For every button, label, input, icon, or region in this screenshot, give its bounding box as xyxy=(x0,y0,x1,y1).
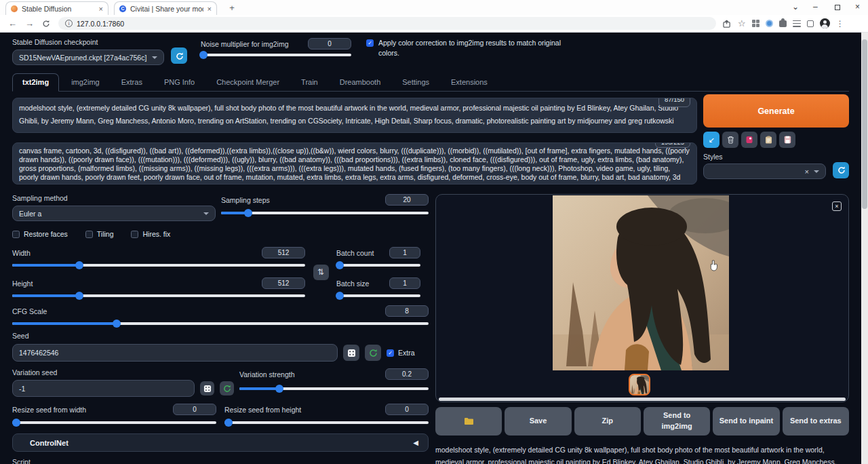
clear-prompt-button[interactable] xyxy=(722,132,738,148)
color-correction-checkbox[interactable]: ✓ xyxy=(366,39,374,47)
new-tab-button[interactable]: + xyxy=(226,3,237,14)
url-field[interactable]: i 127.0.0.1:7860 xyxy=(58,17,716,30)
resize-seed-height-slider[interactable] xyxy=(224,421,429,424)
tab-settings[interactable]: Settings xyxy=(393,74,439,91)
site-info-icon[interactable]: i xyxy=(65,20,73,27)
window-minimize-button[interactable]: – xyxy=(813,2,818,12)
height-slider[interactable] xyxy=(12,294,305,297)
browser-menu-icon[interactable]: ⋮ xyxy=(836,19,844,28)
sampling-method-dropdown[interactable]: Euler a xyxy=(12,206,216,221)
page-scrollbar[interactable] xyxy=(861,33,868,464)
resize-seed-height-value[interactable]: 0 xyxy=(385,404,429,415)
close-gallery-button[interactable]: × xyxy=(832,201,842,211)
batch-count-value[interactable]: 1 xyxy=(389,247,420,258)
variation-strength-value[interactable]: 0.2 xyxy=(385,368,429,380)
bookmark-star-icon[interactable]: ☆ xyxy=(738,18,746,28)
refresh-styles-button[interactable] xyxy=(833,162,849,178)
window-close-button[interactable]: × xyxy=(855,2,860,12)
restore-faces-checkbox[interactable] xyxy=(12,231,20,238)
tab-close-icon[interactable]: × xyxy=(99,5,103,13)
resize-seed-width-slider[interactable] xyxy=(12,421,216,424)
extensions-puzzle-icon[interactable] xyxy=(779,20,787,27)
tab-close-icon[interactable]: × xyxy=(208,5,212,13)
hires-fix-checkbox[interactable] xyxy=(131,231,138,238)
zip-button[interactable]: Zip xyxy=(574,407,641,436)
resize-seed-width-value[interactable]: 0 xyxy=(173,404,216,415)
variation-seed-input[interactable]: -1 xyxy=(12,380,195,397)
sampling-steps-slider[interactable] xyxy=(221,212,429,214)
batch-count-slider[interactable] xyxy=(336,264,420,267)
gallery-thumbnail-selected[interactable] xyxy=(629,374,650,395)
clear-styles-icon[interactable]: × xyxy=(805,168,809,176)
height-value[interactable]: 512 xyxy=(262,277,305,289)
tab-extensions[interactable]: Extensions xyxy=(441,74,497,91)
variation-strength-slider[interactable] xyxy=(239,387,429,390)
refresh-checkpoints-button[interactable] xyxy=(171,47,187,64)
generated-image[interactable] xyxy=(553,195,729,370)
seed-input[interactable]: 1476462546 xyxy=(12,344,338,362)
prompt-token-counter: 87/150 xyxy=(658,98,690,107)
gallery-horizontal-scrollbar[interactable] xyxy=(439,398,846,401)
swap-dimensions-button[interactable]: ⇅ xyxy=(313,265,329,280)
refresh-icon xyxy=(837,166,846,174)
tiling-checkbox[interactable] xyxy=(85,231,93,238)
extra-checkbox[interactable]: ✓ xyxy=(387,349,394,357)
tab-search-chevron-icon[interactable]: ⌄ xyxy=(792,2,799,12)
checkpoint-dropdown[interactable]: SD15NewVAEpruned.ckpt [27a4ac756c] xyxy=(12,50,164,65)
window-restore-button[interactable] xyxy=(835,5,840,10)
reuse-seed-button[interactable] xyxy=(365,345,381,361)
tab-checkpoint-merger[interactable]: Checkpoint Merger xyxy=(207,74,289,91)
extra-networks-button[interactable] xyxy=(741,132,757,148)
tab-txt2img[interactable]: txt2img xyxy=(12,73,59,92)
save-style-button[interactable] xyxy=(779,132,795,148)
batch-size-slider[interactable] xyxy=(336,294,420,297)
save-button[interactable]: Save xyxy=(505,407,571,436)
tab-png-info[interactable]: PNG Info xyxy=(155,74,204,91)
send-to-extras-button[interactable]: Send to extras xyxy=(783,407,849,436)
recycle-icon xyxy=(223,385,231,393)
scrollbar-thumb[interactable] xyxy=(862,39,867,209)
cfg-scale-slider[interactable] xyxy=(12,322,429,325)
noise-multiplier-value[interactable]: 0 xyxy=(308,38,351,50)
tab-extras[interactable]: Extras xyxy=(112,74,152,91)
extension-grid-icon[interactable] xyxy=(752,20,760,27)
back-icon[interactable]: ← xyxy=(8,18,17,28)
controlnet-accordion[interactable]: ControlNet ◀ xyxy=(12,433,429,452)
extra-seed-option[interactable]: ✓ Extra xyxy=(387,349,415,357)
browser-tab-civitai[interactable]: C Civitai | Share your models × xyxy=(114,1,217,15)
tiling-option[interactable]: Tiling xyxy=(85,230,114,238)
batch-size-value[interactable]: 1 xyxy=(389,277,420,289)
forward-icon[interactable]: → xyxy=(25,18,34,28)
apply-style-button[interactable] xyxy=(760,132,776,148)
extension-blue-icon[interactable] xyxy=(766,20,773,27)
share-icon[interactable] xyxy=(723,20,732,28)
random-variation-seed-button[interactable] xyxy=(200,381,214,395)
sampling-method-label: Sampling method xyxy=(12,194,216,202)
cfg-scale-value[interactable]: 8 xyxy=(385,305,429,317)
reuse-variation-seed-button[interactable] xyxy=(220,381,234,395)
generate-button[interactable]: Generate xyxy=(703,94,849,128)
profile-avatar[interactable] xyxy=(820,18,830,28)
random-seed-button[interactable] xyxy=(343,345,359,361)
tab-train[interactable]: Train xyxy=(292,74,328,91)
open-folder-button[interactable] xyxy=(435,407,502,436)
reload-icon[interactable] xyxy=(42,20,50,28)
paste-params-button[interactable]: ↙ xyxy=(703,132,719,148)
send-to-inpaint-button[interactable]: Send to inpaint xyxy=(713,407,779,436)
hires-fix-option[interactable]: Hires. fix xyxy=(131,230,170,238)
width-value[interactable]: 512 xyxy=(262,247,305,258)
sampling-steps-value[interactable]: 20 xyxy=(385,194,429,206)
variation-seed-value: -1 xyxy=(19,385,25,393)
restore-faces-option[interactable]: Restore faces xyxy=(12,230,68,238)
tab-img2img[interactable]: img2img xyxy=(62,74,109,91)
noise-multiplier-slider[interactable] xyxy=(201,54,351,56)
styles-dropdown[interactable]: × xyxy=(703,163,826,179)
side-panel-icon[interactable] xyxy=(807,20,814,27)
send-to-img2img-button[interactable]: Send to img2img xyxy=(644,407,710,436)
negative-prompt-textarea[interactable]: 198/225 canvas frame, cartoon, 3d, ((dis… xyxy=(12,142,697,185)
tab-dreambooth[interactable]: Dreambooth xyxy=(330,74,391,91)
browser-tab-active[interactable]: Stable Diffusion × xyxy=(5,1,108,15)
prompt-textarea[interactable]: 87/150 modelshoot style, (extremely deta… xyxy=(12,98,697,133)
reading-list-icon[interactable] xyxy=(793,20,801,27)
width-slider[interactable] xyxy=(12,264,305,267)
